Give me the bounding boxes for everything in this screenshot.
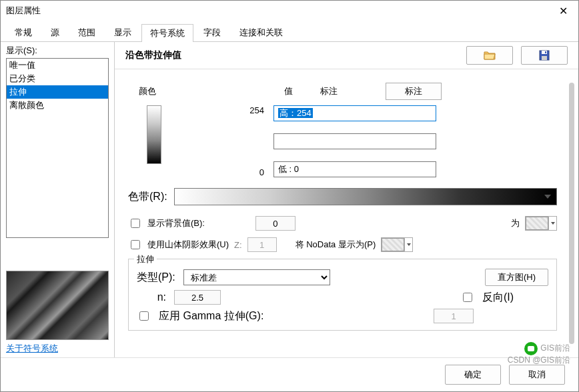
high-value: 254: [171, 105, 264, 115]
nodata-label: 将 NoData 显示为(P): [296, 239, 376, 251]
tab-fields[interactable]: 字段: [195, 23, 229, 41]
right-panel: 沿色带拉伸值 颜色 值 标注 标注: [114, 42, 578, 357]
tab-bar: 常规 源 范围 显示 符号系统 字段 连接和关联: [1, 21, 578, 42]
svg-rect-2: [542, 56, 547, 60]
svg-rect-3: [545, 51, 546, 53]
background-as-label: 为: [511, 217, 520, 229]
color-gradient-bar[interactable]: [147, 105, 161, 164]
tab-general[interactable]: 常规: [6, 23, 41, 41]
histogram-button[interactable]: 直方图(H): [485, 269, 548, 286]
label-column-label: 标注: [320, 85, 338, 97]
method-discrete-color[interactable]: 离散颜色: [7, 99, 108, 112]
gamma-input[interactable]: [434, 309, 474, 323]
low-value: 0: [171, 167, 264, 177]
panel-title: 沿色带拉伸值: [125, 49, 458, 61]
stretch-fieldset: 拉伸 类型(P): 标准差 直方图(H) n: 反向(: [128, 259, 557, 331]
z-input[interactable]: [247, 237, 277, 252]
method-list[interactable]: 唯一值 已分类 拉伸 离散颜色: [6, 58, 109, 238]
color-ramp-select[interactable]: [174, 188, 557, 205]
tab-symbology[interactable]: 符号系统: [141, 24, 193, 42]
about-symbology-link[interactable]: 关于符号系统: [6, 343, 58, 355]
method-unique-values[interactable]: 唯一值: [7, 59, 108, 72]
background-color-swatch[interactable]: [525, 216, 557, 231]
dialog-footer: 确定 取消: [1, 357, 578, 391]
save-button[interactable]: [521, 46, 568, 65]
high-label-input[interactable]: 高：254: [273, 105, 436, 121]
nodata-color-swatch[interactable]: [381, 237, 413, 252]
titlebar: 图层属性 ✕: [1, 1, 578, 21]
close-button[interactable]: ✕: [548, 1, 578, 21]
hillshade-label: 使用山体阴影效果(U): [147, 239, 229, 251]
tab-extent[interactable]: 范围: [69, 23, 104, 41]
low-label-input[interactable]: [273, 161, 436, 177]
show-label: 显示(S):: [6, 45, 109, 57]
layer-properties-dialog: 图层属性 ✕ 常规 源 范围 显示 符号系统 字段 连接和关联 显示(S): 唯…: [0, 0, 579, 392]
method-stretched[interactable]: 拉伸: [7, 85, 108, 99]
background-value-input[interactable]: [255, 216, 296, 231]
n-input[interactable]: [174, 290, 221, 305]
value-column-label: 值: [284, 85, 304, 97]
method-classified[interactable]: 已分类: [7, 72, 108, 85]
dialog-title: 图层属性: [6, 5, 41, 17]
stretch-type-select[interactable]: 标准差: [183, 269, 330, 285]
show-background-label: 显示背景值(B):: [147, 217, 205, 229]
tab-source[interactable]: 源: [42, 23, 68, 41]
gamma-label: 应用 Gamma 拉伸(G):: [159, 309, 263, 323]
color-ramp-label: 色带(R):: [128, 190, 167, 204]
stretch-legend: 拉伸: [134, 253, 157, 265]
tab-joins[interactable]: 连接和关联: [231, 23, 292, 41]
mid-label-input[interactable]: [273, 133, 436, 149]
stretch-type-label: 类型(P):: [137, 271, 175, 285]
color-column-label: 颜色: [139, 85, 156, 97]
tab-display[interactable]: 显示: [105, 23, 140, 41]
preview-area: 关于符号系统: [6, 271, 109, 355]
label-button[interactable]: 标注: [386, 83, 442, 100]
gamma-checkbox[interactable]: [139, 311, 149, 321]
invert-label: 反向(I): [482, 291, 514, 305]
cancel-button[interactable]: 取消: [509, 365, 565, 385]
open-folder-button[interactable]: [466, 46, 513, 65]
invert-checkbox[interactable]: [463, 293, 472, 302]
scrollbar[interactable]: [569, 83, 574, 344]
hillshade-checkbox[interactable]: [131, 240, 140, 249]
left-panel: 显示(S): 唯一值 已分类 拉伸 离散颜色 关于符号系统: [1, 42, 114, 357]
ok-button[interactable]: 确定: [445, 365, 501, 385]
n-label: n:: [137, 291, 166, 303]
show-background-checkbox[interactable]: [131, 219, 140, 228]
preview-image: [6, 271, 109, 340]
z-label: Z:: [234, 240, 242, 250]
